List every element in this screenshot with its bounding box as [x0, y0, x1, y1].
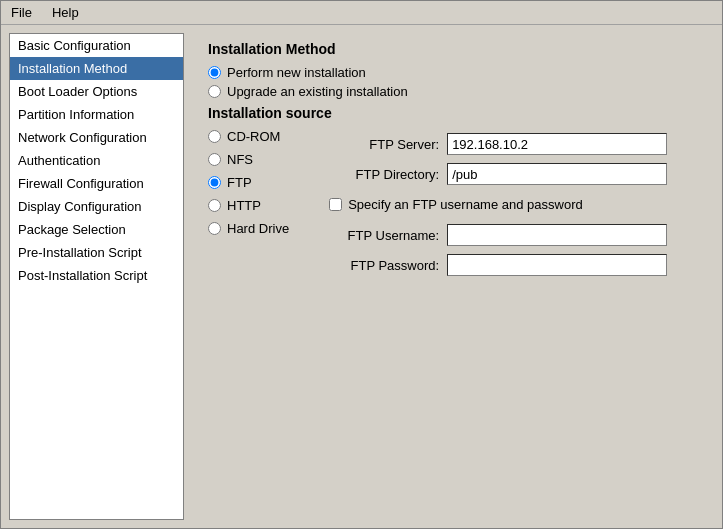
ftp-username-label: FTP Username:: [329, 228, 439, 243]
ftp-username-row: FTP Username:: [329, 224, 667, 246]
sidebar-item-display-configuration[interactable]: Display Configuration: [10, 195, 183, 218]
ftp-fields: FTP Server: FTP Directory: Specify an FT…: [329, 129, 667, 276]
sidebar-item-basic-configuration[interactable]: Basic Configuration: [10, 34, 183, 57]
specify-ftp-checkbox[interactable]: [329, 198, 342, 211]
sidebar-item-network-configuration[interactable]: Network Configuration: [10, 126, 183, 149]
ftp-username-input[interactable]: [447, 224, 667, 246]
specify-ftp-credentials-row: Specify an FTP username and password: [329, 197, 667, 212]
ftp-directory-input[interactable]: [447, 163, 667, 185]
main-panel: Installation Method Perform new installa…: [192, 33, 714, 520]
nfs-label[interactable]: NFS: [227, 152, 253, 167]
sidebar-item-boot-loader-options[interactable]: Boot Loader Options: [10, 80, 183, 103]
sidebar-item-post-installation-script[interactable]: Post-Installation Script: [10, 264, 183, 287]
ftp-label[interactable]: FTP: [227, 175, 252, 190]
sidebar-item-firewall-configuration[interactable]: Firewall Configuration: [10, 172, 183, 195]
sidebar: Basic Configuration Installation Method …: [9, 33, 184, 520]
cdrom-label[interactable]: CD-ROM: [227, 129, 280, 144]
perform-new-installation-row: Perform new installation: [208, 65, 698, 80]
ftp-password-row: FTP Password:: [329, 254, 667, 276]
cdrom-radio[interactable]: [208, 130, 221, 143]
ftp-password-label: FTP Password:: [329, 258, 439, 273]
ftp-directory-row: FTP Directory:: [329, 163, 667, 185]
cdrom-row: CD-ROM: [208, 129, 289, 144]
upgrade-label[interactable]: Upgrade an existing installation: [227, 84, 408, 99]
hard-drive-radio[interactable]: [208, 222, 221, 235]
installation-method-title: Installation Method: [208, 41, 698, 57]
ftp-directory-label: FTP Directory:: [329, 167, 439, 182]
sidebar-item-package-selection[interactable]: Package Selection: [10, 218, 183, 241]
sidebar-item-pre-installation-script[interactable]: Pre-Installation Script: [10, 241, 183, 264]
content-area: Basic Configuration Installation Method …: [1, 25, 722, 528]
sidebar-item-installation-method[interactable]: Installation Method: [10, 57, 183, 80]
source-options: CD-ROM NFS FTP HTTP: [208, 129, 289, 240]
nfs-radio[interactable]: [208, 153, 221, 166]
nfs-row: NFS: [208, 152, 289, 167]
help-menu[interactable]: Help: [46, 3, 85, 22]
specify-ftp-label[interactable]: Specify an FTP username and password: [348, 197, 583, 212]
http-row: HTTP: [208, 198, 289, 213]
perform-new-radio[interactable]: [208, 66, 221, 79]
menubar: File Help: [1, 1, 722, 25]
ftp-server-label: FTP Server:: [329, 137, 439, 152]
ftp-radio[interactable]: [208, 176, 221, 189]
hard-drive-row: Hard Drive: [208, 221, 289, 236]
ftp-password-input[interactable]: [447, 254, 667, 276]
ftp-server-row: FTP Server:: [329, 133, 667, 155]
upgrade-radio[interactable]: [208, 85, 221, 98]
source-layout: CD-ROM NFS FTP HTTP: [208, 129, 698, 276]
perform-new-label[interactable]: Perform new installation: [227, 65, 366, 80]
http-label[interactable]: HTTP: [227, 198, 261, 213]
installation-type-group: Perform new installation Upgrade an exis…: [208, 65, 698, 99]
main-window: File Help Basic Configuration Installati…: [0, 0, 723, 529]
upgrade-installation-row: Upgrade an existing installation: [208, 84, 698, 99]
installation-source-title: Installation source: [208, 105, 698, 121]
ftp-row: FTP: [208, 175, 289, 190]
sidebar-item-partition-information[interactable]: Partition Information: [10, 103, 183, 126]
ftp-server-input[interactable]: [447, 133, 667, 155]
file-menu[interactable]: File: [5, 3, 38, 22]
hard-drive-label[interactable]: Hard Drive: [227, 221, 289, 236]
sidebar-item-authentication[interactable]: Authentication: [10, 149, 183, 172]
http-radio[interactable]: [208, 199, 221, 212]
